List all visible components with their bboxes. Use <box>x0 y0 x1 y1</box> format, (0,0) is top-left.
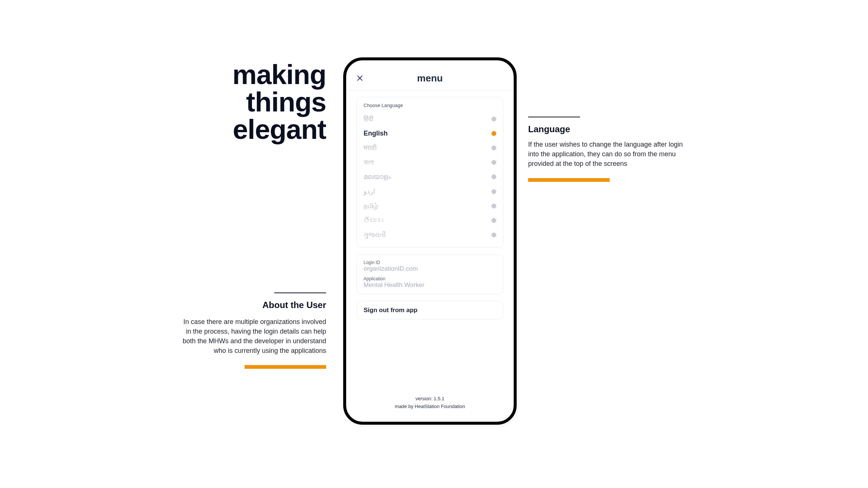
sign-out-button[interactable]: Sign out from app <box>357 301 503 320</box>
headline-block: making things elegant <box>178 61 326 143</box>
made-by-text: made by HealStation Foundation <box>357 404 503 409</box>
language-note-title: Language <box>528 124 684 134</box>
language-option[interactable]: ગુજરાતી <box>364 228 496 242</box>
radio-dot-icon <box>491 218 496 223</box>
radio-dot-icon <box>491 117 496 121</box>
language-label: اردو <box>364 187 375 195</box>
language-option[interactable]: English <box>364 126 496 141</box>
about-divider <box>274 293 326 293</box>
radio-dot-icon <box>491 233 496 237</box>
language-label: മലയാളം <box>364 173 391 181</box>
language-note-body: If the user wishes to change the languag… <box>528 140 684 168</box>
language-option[interactable]: বাংলা <box>364 155 496 170</box>
login-id-label: Login ID <box>364 260 496 265</box>
language-option[interactable]: हिंदी <box>364 112 496 126</box>
radio-dot-icon <box>491 146 496 150</box>
language-note-block: Language If the user wishes to change th… <box>528 117 684 182</box>
language-label: English <box>364 130 388 137</box>
login-id-value: organizationID.com <box>364 265 496 273</box>
language-option[interactable]: తెలుగు <box>364 213 496 228</box>
about-user-block: About the User In case there are multipl… <box>178 293 326 369</box>
headline: making things elegant <box>178 61 326 143</box>
choose-language-label: Choose Language <box>364 103 496 108</box>
language-label: हिंदी <box>364 115 373 123</box>
menu-header: menu <box>357 69 503 87</box>
about-title: About the User <box>178 300 326 310</box>
language-label: తెలుగు <box>364 217 383 224</box>
radio-dot-icon <box>491 189 496 194</box>
version-text: version: 1.5.1 <box>357 396 503 401</box>
headline-line1: making <box>178 61 326 88</box>
radio-dot-icon <box>491 174 496 179</box>
language-note-divider <box>528 117 580 117</box>
language-option[interactable]: اردو <box>364 184 496 199</box>
about-body: In case there are multiple organizations… <box>178 317 326 355</box>
footer: version: 1.5.1 made by HealStation Found… <box>357 396 503 422</box>
language-note-accent-bar <box>528 178 610 182</box>
radio-dot-icon <box>491 204 496 208</box>
application-label: Application <box>364 276 496 281</box>
about-accent-bar <box>245 365 326 369</box>
language-option[interactable]: മലയാളം <box>364 170 496 184</box>
language-label: मराठी <box>364 144 377 152</box>
sign-out-label: Sign out from app <box>364 307 417 314</box>
radio-dot-icon <box>491 131 496 136</box>
language-label: ગુજરાતી <box>364 231 386 239</box>
close-icon[interactable] <box>357 75 363 81</box>
headline-line3: elegant <box>178 116 326 143</box>
language-label: বাংলা <box>364 158 374 166</box>
language-label: தமிழ் <box>364 202 378 210</box>
headline-line2: things <box>178 88 326 116</box>
header-divider <box>346 90 514 90</box>
menu-title: menu <box>417 73 443 84</box>
language-option[interactable]: தமிழ் <box>364 199 496 213</box>
language-card: Choose Language हिंदीEnglishमराठीবাংলাമല… <box>357 97 503 248</box>
phone-frame: menu Choose Language हिंदीEnglishमराठीবা… <box>343 57 517 425</box>
language-option[interactable]: मराठी <box>364 141 496 155</box>
radio-dot-icon <box>491 160 496 165</box>
login-card: Login ID organizationID.com Application … <box>357 254 503 294</box>
application-value: Mental Health Worker <box>364 281 496 289</box>
